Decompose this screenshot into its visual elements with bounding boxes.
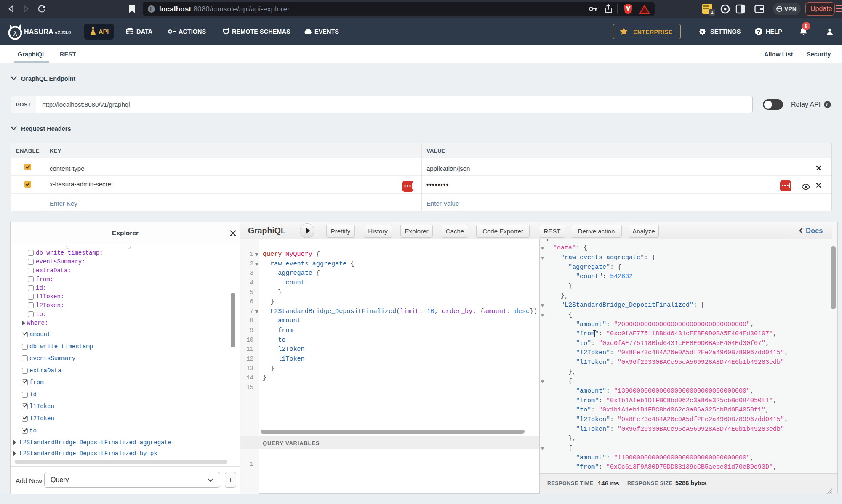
svg-text:λ: λ (13, 29, 17, 37)
